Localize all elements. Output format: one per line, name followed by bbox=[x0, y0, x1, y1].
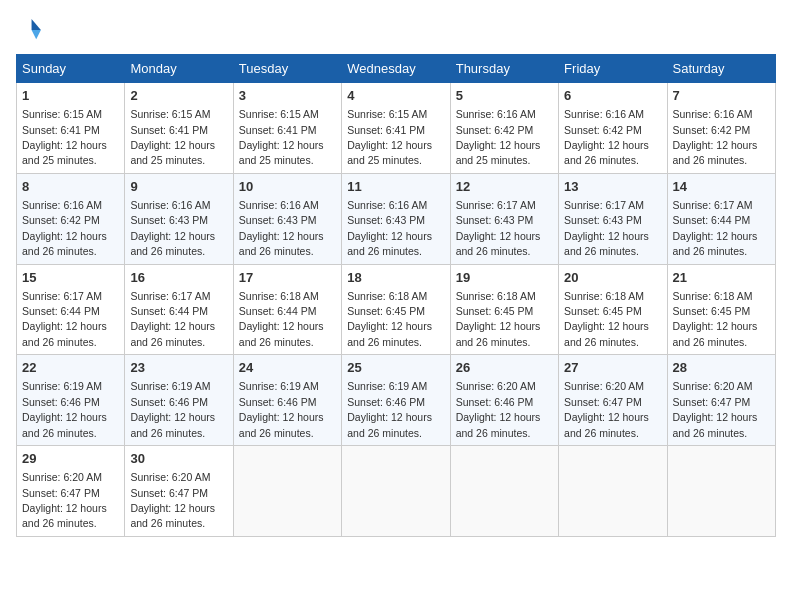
day-number: 28 bbox=[673, 359, 770, 377]
day-number: 22 bbox=[22, 359, 119, 377]
header-cell-sunday: Sunday bbox=[17, 55, 125, 83]
cell-info: Sunrise: 6:19 AMSunset: 6:46 PMDaylight:… bbox=[347, 380, 432, 438]
day-number: 23 bbox=[130, 359, 227, 377]
calendar-header: SundayMondayTuesdayWednesdayThursdayFrid… bbox=[17, 55, 776, 83]
header-cell-monday: Monday bbox=[125, 55, 233, 83]
calendar-cell: 6 Sunrise: 6:16 AMSunset: 6:42 PMDayligh… bbox=[559, 83, 667, 174]
cell-info: Sunrise: 6:18 AMSunset: 6:45 PMDaylight:… bbox=[347, 290, 432, 348]
cell-info: Sunrise: 6:17 AMSunset: 6:43 PMDaylight:… bbox=[564, 199, 649, 257]
svg-marker-0 bbox=[32, 19, 41, 30]
cell-info: Sunrise: 6:20 AMSunset: 6:47 PMDaylight:… bbox=[130, 471, 215, 529]
calendar-cell: 19 Sunrise: 6:18 AMSunset: 6:45 PMDaylig… bbox=[450, 264, 558, 355]
calendar-cell bbox=[559, 446, 667, 537]
header-cell-thursday: Thursday bbox=[450, 55, 558, 83]
cell-info: Sunrise: 6:20 AMSunset: 6:47 PMDaylight:… bbox=[22, 471, 107, 529]
day-number: 1 bbox=[22, 87, 119, 105]
calendar-cell: 22 Sunrise: 6:19 AMSunset: 6:46 PMDaylig… bbox=[17, 355, 125, 446]
calendar-cell: 10 Sunrise: 6:16 AMSunset: 6:43 PMDaylig… bbox=[233, 173, 341, 264]
header-cell-saturday: Saturday bbox=[667, 55, 775, 83]
calendar-week-1: 1 Sunrise: 6:15 AMSunset: 6:41 PMDayligh… bbox=[17, 83, 776, 174]
day-number: 30 bbox=[130, 450, 227, 468]
cell-info: Sunrise: 6:16 AMSunset: 6:43 PMDaylight:… bbox=[347, 199, 432, 257]
calendar-cell: 12 Sunrise: 6:17 AMSunset: 6:43 PMDaylig… bbox=[450, 173, 558, 264]
header-cell-wednesday: Wednesday bbox=[342, 55, 450, 83]
cell-info: Sunrise: 6:19 AMSunset: 6:46 PMDaylight:… bbox=[130, 380, 215, 438]
day-number: 10 bbox=[239, 178, 336, 196]
day-number: 14 bbox=[673, 178, 770, 196]
cell-info: Sunrise: 6:15 AMSunset: 6:41 PMDaylight:… bbox=[22, 108, 107, 166]
day-number: 24 bbox=[239, 359, 336, 377]
cell-info: Sunrise: 6:16 AMSunset: 6:42 PMDaylight:… bbox=[22, 199, 107, 257]
calendar-cell: 2 Sunrise: 6:15 AMSunset: 6:41 PMDayligh… bbox=[125, 83, 233, 174]
calendar-cell bbox=[233, 446, 341, 537]
calendar-cell: 26 Sunrise: 6:20 AMSunset: 6:46 PMDaylig… bbox=[450, 355, 558, 446]
day-number: 3 bbox=[239, 87, 336, 105]
day-number: 9 bbox=[130, 178, 227, 196]
day-number: 4 bbox=[347, 87, 444, 105]
calendar-week-5: 29 Sunrise: 6:20 AMSunset: 6:47 PMDaylig… bbox=[17, 446, 776, 537]
calendar-cell: 18 Sunrise: 6:18 AMSunset: 6:45 PMDaylig… bbox=[342, 264, 450, 355]
calendar-cell: 24 Sunrise: 6:19 AMSunset: 6:46 PMDaylig… bbox=[233, 355, 341, 446]
cell-info: Sunrise: 6:18 AMSunset: 6:45 PMDaylight:… bbox=[564, 290, 649, 348]
day-number: 6 bbox=[564, 87, 661, 105]
cell-info: Sunrise: 6:18 AMSunset: 6:45 PMDaylight:… bbox=[456, 290, 541, 348]
calendar-cell: 1 Sunrise: 6:15 AMSunset: 6:41 PMDayligh… bbox=[17, 83, 125, 174]
calendar-cell: 16 Sunrise: 6:17 AMSunset: 6:44 PMDaylig… bbox=[125, 264, 233, 355]
calendar-week-3: 15 Sunrise: 6:17 AMSunset: 6:44 PMDaylig… bbox=[17, 264, 776, 355]
day-number: 19 bbox=[456, 269, 553, 287]
cell-info: Sunrise: 6:16 AMSunset: 6:42 PMDaylight:… bbox=[673, 108, 758, 166]
header-row: SundayMondayTuesdayWednesdayThursdayFrid… bbox=[17, 55, 776, 83]
day-number: 27 bbox=[564, 359, 661, 377]
calendar-table: SundayMondayTuesdayWednesdayThursdayFrid… bbox=[16, 54, 776, 537]
cell-info: Sunrise: 6:19 AMSunset: 6:46 PMDaylight:… bbox=[22, 380, 107, 438]
calendar-cell: 21 Sunrise: 6:18 AMSunset: 6:45 PMDaylig… bbox=[667, 264, 775, 355]
calendar-cell: 17 Sunrise: 6:18 AMSunset: 6:44 PMDaylig… bbox=[233, 264, 341, 355]
day-number: 12 bbox=[456, 178, 553, 196]
cell-info: Sunrise: 6:15 AMSunset: 6:41 PMDaylight:… bbox=[347, 108, 432, 166]
page-header bbox=[16, 16, 776, 44]
calendar-cell: 8 Sunrise: 6:16 AMSunset: 6:42 PMDayligh… bbox=[17, 173, 125, 264]
day-number: 15 bbox=[22, 269, 119, 287]
cell-info: Sunrise: 6:18 AMSunset: 6:44 PMDaylight:… bbox=[239, 290, 324, 348]
cell-info: Sunrise: 6:17 AMSunset: 6:44 PMDaylight:… bbox=[673, 199, 758, 257]
cell-info: Sunrise: 6:16 AMSunset: 6:43 PMDaylight:… bbox=[130, 199, 215, 257]
cell-info: Sunrise: 6:16 AMSunset: 6:43 PMDaylight:… bbox=[239, 199, 324, 257]
calendar-cell: 5 Sunrise: 6:16 AMSunset: 6:42 PMDayligh… bbox=[450, 83, 558, 174]
calendar-cell: 9 Sunrise: 6:16 AMSunset: 6:43 PMDayligh… bbox=[125, 173, 233, 264]
calendar-cell: 25 Sunrise: 6:19 AMSunset: 6:46 PMDaylig… bbox=[342, 355, 450, 446]
cell-info: Sunrise: 6:19 AMSunset: 6:46 PMDaylight:… bbox=[239, 380, 324, 438]
cell-info: Sunrise: 6:16 AMSunset: 6:42 PMDaylight:… bbox=[564, 108, 649, 166]
calendar-cell: 11 Sunrise: 6:16 AMSunset: 6:43 PMDaylig… bbox=[342, 173, 450, 264]
calendar-cell: 15 Sunrise: 6:17 AMSunset: 6:44 PMDaylig… bbox=[17, 264, 125, 355]
calendar-week-2: 8 Sunrise: 6:16 AMSunset: 6:42 PMDayligh… bbox=[17, 173, 776, 264]
calendar-body: 1 Sunrise: 6:15 AMSunset: 6:41 PMDayligh… bbox=[17, 83, 776, 537]
calendar-cell: 7 Sunrise: 6:16 AMSunset: 6:42 PMDayligh… bbox=[667, 83, 775, 174]
cell-info: Sunrise: 6:17 AMSunset: 6:44 PMDaylight:… bbox=[22, 290, 107, 348]
cell-info: Sunrise: 6:15 AMSunset: 6:41 PMDaylight:… bbox=[130, 108, 215, 166]
calendar-week-4: 22 Sunrise: 6:19 AMSunset: 6:46 PMDaylig… bbox=[17, 355, 776, 446]
calendar-cell: 20 Sunrise: 6:18 AMSunset: 6:45 PMDaylig… bbox=[559, 264, 667, 355]
calendar-cell: 28 Sunrise: 6:20 AMSunset: 6:47 PMDaylig… bbox=[667, 355, 775, 446]
day-number: 18 bbox=[347, 269, 444, 287]
cell-info: Sunrise: 6:20 AMSunset: 6:47 PMDaylight:… bbox=[673, 380, 758, 438]
cell-info: Sunrise: 6:16 AMSunset: 6:42 PMDaylight:… bbox=[456, 108, 541, 166]
day-number: 7 bbox=[673, 87, 770, 105]
calendar-cell: 23 Sunrise: 6:19 AMSunset: 6:46 PMDaylig… bbox=[125, 355, 233, 446]
header-cell-friday: Friday bbox=[559, 55, 667, 83]
calendar-cell: 27 Sunrise: 6:20 AMSunset: 6:47 PMDaylig… bbox=[559, 355, 667, 446]
calendar-cell: 13 Sunrise: 6:17 AMSunset: 6:43 PMDaylig… bbox=[559, 173, 667, 264]
svg-marker-1 bbox=[32, 30, 41, 39]
calendar-cell bbox=[342, 446, 450, 537]
logo bbox=[16, 16, 48, 44]
calendar-cell: 14 Sunrise: 6:17 AMSunset: 6:44 PMDaylig… bbox=[667, 173, 775, 264]
day-number: 26 bbox=[456, 359, 553, 377]
cell-info: Sunrise: 6:18 AMSunset: 6:45 PMDaylight:… bbox=[673, 290, 758, 348]
header-cell-tuesday: Tuesday bbox=[233, 55, 341, 83]
cell-info: Sunrise: 6:17 AMSunset: 6:44 PMDaylight:… bbox=[130, 290, 215, 348]
day-number: 17 bbox=[239, 269, 336, 287]
day-number: 29 bbox=[22, 450, 119, 468]
calendar-cell bbox=[667, 446, 775, 537]
calendar-cell: 4 Sunrise: 6:15 AMSunset: 6:41 PMDayligh… bbox=[342, 83, 450, 174]
day-number: 16 bbox=[130, 269, 227, 287]
calendar-cell: 29 Sunrise: 6:20 AMSunset: 6:47 PMDaylig… bbox=[17, 446, 125, 537]
